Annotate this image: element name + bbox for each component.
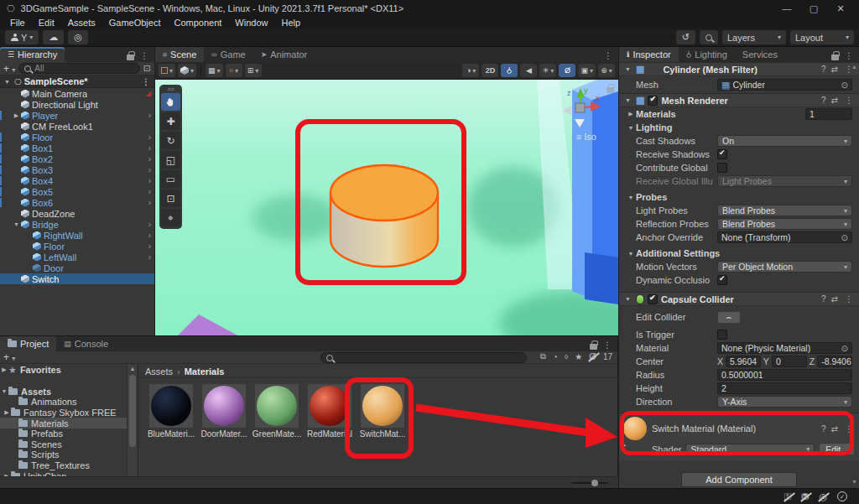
help-icon[interactable]: ?	[821, 65, 826, 74]
is-trigger-checkbox[interactable]	[717, 330, 727, 340]
minimize-button[interactable]: —	[775, 2, 799, 15]
prefab-open-arrow[interactable]: ›	[148, 155, 151, 164]
filter-by-label-icon[interactable]: ⬨	[565, 351, 569, 361]
tree-scrollbar[interactable]: ▲ ▼	[127, 365, 137, 482]
hierarchy-item-bridge-floor[interactable]: Floor›	[0, 241, 154, 252]
anchor-override-field[interactable]: None (Transform)⊙	[717, 231, 852, 243]
pick-search-icon[interactable]: ⊡	[143, 63, 151, 74]
hierarchy-item-deadzone[interactable]: DeadZone	[0, 208, 154, 219]
presets-icon[interactable]: ⇄	[831, 65, 838, 74]
breadcrumb-current[interactable]: Materials	[185, 366, 225, 377]
help-icon[interactable]: ?	[821, 294, 826, 304]
tab-animator[interactable]: ➤Animator	[253, 47, 315, 62]
additional-settings-foldout[interactable]: Additional Settings	[636, 248, 753, 258]
hierarchy-item-switch[interactable]: Switch	[0, 273, 154, 284]
kebab-menu-icon[interactable]: ⋮	[843, 51, 855, 60]
prefab-open-arrow[interactable]: ›	[148, 144, 151, 153]
kebab-menu-icon[interactable]: ⋮	[601, 340, 613, 350]
notifications-muted-icon[interactable]: ⚿	[784, 491, 791, 502]
help-icon[interactable]: ?	[821, 424, 826, 434]
tree-item-tree-textures[interactable]: Tree_Textures	[0, 460, 137, 471]
menu-window[interactable]: Window	[228, 18, 274, 28]
version-control-button[interactable]: ◎	[68, 30, 88, 44]
transform-tool-button[interactable]: ⊡	[161, 190, 180, 207]
scene-lock-icon[interactable]	[607, 87, 614, 93]
shading-mode-dropdown[interactable]: ◑▾	[462, 64, 479, 77]
maximize-button[interactable]: ▢	[802, 2, 825, 15]
projection-mode-label[interactable]: ≡ Iso	[576, 132, 596, 142]
cloud-button[interactable]: ☁	[43, 30, 64, 44]
tree-item-animations[interactable]: Animations	[0, 397, 137, 408]
menu-edit[interactable]: Edit	[32, 18, 61, 28]
tree-item-scenes[interactable]: Scenes	[0, 439, 137, 450]
tree-item-assets[interactable]: ▼Assets	[0, 387, 137, 397]
help-icon[interactable]: ?	[821, 96, 826, 105]
kebab-menu-icon[interactable]: ⋮	[843, 294, 855, 304]
prefab-open-arrow[interactable]: ›	[148, 242, 151, 251]
hierarchy-item-bridge[interactable]: ▼Bridge›	[0, 219, 154, 230]
hierarchy-item-leftwall[interactable]: LeftWall›	[0, 252, 154, 262]
hierarchy-item-directional-light[interactable]: Directional Light	[0, 99, 154, 110]
component-enabled-checkbox[interactable]	[648, 294, 658, 304]
menu-file[interactable]: File	[3, 18, 32, 28]
motion-vectors-dropdown[interactable]: Per Object Motion▾	[717, 261, 852, 273]
2d-toggle[interactable]: 2D	[482, 64, 498, 77]
prefab-open-arrow[interactable]: ›	[148, 166, 151, 174]
mesh-filter-header[interactable]: ▼ ▦ Cylinder (Mesh Filter) ?⇄⋮	[619, 62, 859, 76]
light-probes-dropdown[interactable]: Blend Probes▾	[717, 205, 852, 216]
presets-icon[interactable]: ⇄	[831, 96, 838, 105]
hierarchy-item-main-camera[interactable]: Main Camera◢	[0, 88, 154, 99]
prefab-open-arrow[interactable]: ›	[148, 112, 151, 120]
mesh-renderer-header[interactable]: ▼ ▩ Mesh Renderer ?⇄⋮	[619, 93, 859, 107]
shader-dropdown[interactable]: Standard▾	[685, 444, 815, 455]
cast-shadows-dropdown[interactable]: On▾	[717, 135, 852, 147]
effects-dropdown[interactable]: ✳▾	[539, 64, 556, 77]
prefab-open-arrow[interactable]: ›	[148, 133, 151, 142]
account-button[interactable]: Y▾	[5, 30, 39, 44]
tab-scene[interactable]: ⌗Scene	[155, 47, 204, 62]
overlay-drag-handle[interactable]: ≡	[539, 82, 544, 91]
gizmos-dropdown[interactable]: ⊕▾	[598, 64, 615, 77]
direction-dropdown[interactable]: Y-Axis▾	[717, 396, 852, 408]
kebab-menu-icon[interactable]: ⋮	[140, 77, 152, 86]
tree-item-materials[interactable]: Materials	[0, 418, 137, 429]
hierarchy-item-box4[interactable]: Box4›	[0, 175, 154, 186]
tab-game[interactable]: ∞Game	[204, 47, 252, 62]
increment-snap-button[interactable]: ⊞▾	[245, 64, 262, 77]
prefab-open-arrow[interactable]: ›	[148, 231, 151, 240]
menu-help[interactable]: Help	[274, 18, 307, 28]
hierarchy-item-cm-freelook1[interactable]: CM FreeLook1	[0, 121, 154, 132]
scroll-up-arrow[interactable]: ▲	[851, 64, 857, 70]
materials-count-field[interactable]: 1	[805, 108, 852, 120]
asset-blue-material[interactable]: BlueMateri...	[149, 384, 193, 439]
radius-field[interactable]: 0.5000001	[717, 369, 852, 381]
tree-item-favorites[interactable]: ▶★Favorites	[0, 365, 137, 376]
grid-snap-button[interactable]: ▦▾	[206, 64, 223, 77]
custom-tool-button[interactable]: ⌖	[161, 209, 180, 226]
menu-assets[interactable]: Assets	[61, 18, 102, 28]
mesh-object-field[interactable]: ▦Cylinder⊙	[717, 79, 852, 91]
move-tool-button[interactable]: ✚	[161, 112, 180, 130]
tool-settings-button[interactable]: ▾	[159, 64, 175, 77]
close-button[interactable]: ✕	[829, 2, 852, 15]
tab-services[interactable]: Services	[735, 47, 785, 62]
tree-item-fantasy-skybox[interactable]: ▶Fantasy Skybox FREE	[0, 408, 137, 418]
hierarchy-item-box6[interactable]: Box6›	[0, 197, 154, 208]
object-picker-icon[interactable]: ⊙	[841, 233, 848, 242]
dynamic-occlusion-checkbox[interactable]	[717, 275, 727, 285]
hierarchy-item-box1[interactable]: Box1›	[0, 143, 154, 153]
asset-green-material[interactable]: GreenMate...	[255, 384, 299, 439]
center-z-field[interactable]: -8.9406	[817, 356, 852, 367]
scale-tool-button[interactable]: ◱	[161, 151, 180, 169]
scene-canvas[interactable]: ≡ ≡ ≡≡ ✚ ↻ ◱ ▭ ⊡ ⌖ y x z ≡ Iso	[155, 80, 618, 335]
contribute-global-checkbox[interactable]	[717, 163, 727, 173]
asset-red-material[interactable]: RedMaterial	[308, 384, 351, 439]
asset-switch-material[interactable]: SwitchMat...	[361, 384, 404, 439]
scene-visibility-toggle[interactable]: Ø	[559, 64, 575, 77]
project-search-input[interactable]	[320, 352, 527, 363]
create-button[interactable]: + ▾	[3, 351, 15, 363]
prefab-open-arrow[interactable]: ›	[148, 188, 151, 196]
collab-disabled-icon[interactable]: ⛃	[801, 491, 809, 502]
kebab-menu-icon[interactable]: ⋮	[843, 424, 855, 434]
create-button[interactable]: + ▾	[3, 63, 15, 75]
